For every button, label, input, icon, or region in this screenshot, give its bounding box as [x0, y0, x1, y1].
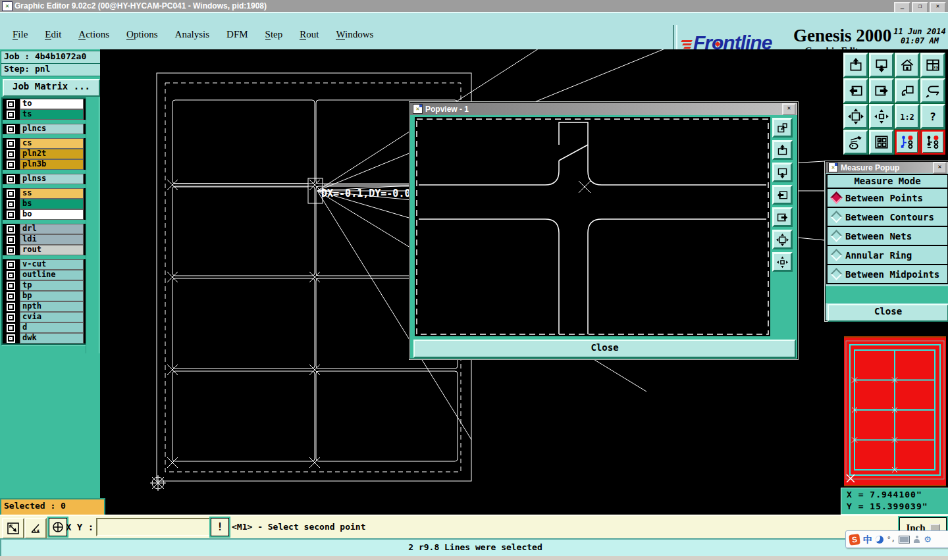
popview-close-button[interactable]: Close — [413, 340, 796, 358]
layer-checkbox-v-cut[interactable] — [3, 259, 18, 270]
layer-row-pln3b[interactable]: pln3b — [3, 159, 87, 170]
menu-step[interactable]: Step — [257, 29, 292, 40]
layer-checkbox-plncs[interactable] — [3, 124, 18, 134]
layer-name-outline[interactable]: outline — [20, 270, 84, 280]
net-highlight-blue-button[interactable] — [895, 130, 920, 155]
ime-language-icon[interactable]: 中 — [863, 535, 872, 544]
ime-settings-icon[interactable]: ⚙ — [924, 535, 932, 544]
scale-1-2-button[interactable]: 1:2 — [895, 104, 920, 129]
home-view-button[interactable] — [895, 53, 920, 78]
layer-checkbox-dwk[interactable] — [3, 333, 18, 344]
serpentine-route-button[interactable] — [920, 78, 945, 103]
radio-diamond-icon[interactable] — [830, 230, 842, 242]
ime-fullhalf-moon-icon[interactable] — [876, 536, 883, 544]
layer-name-ldi[interactable]: ldi — [20, 234, 84, 245]
zoom-in-button[interactable] — [772, 140, 793, 160]
layer-name-tp[interactable]: tp — [20, 280, 84, 291]
tile-windows-button[interactable] — [869, 130, 894, 155]
split-window-xy-button[interactable]: xy — [920, 53, 945, 78]
ime-keyboard-icon[interactable] — [899, 536, 910, 544]
layer-name-plnss[interactable]: plnss — [20, 174, 84, 184]
layer-row-ss[interactable]: ss — [3, 188, 87, 199]
layer-row-cs[interactable]: cs — [3, 138, 87, 149]
layer-name-bo[interactable]: bo — [20, 209, 84, 220]
menu-actions[interactable]: Actions — [70, 29, 118, 40]
job-matrix-button[interactable]: Job Matrix ... — [3, 79, 100, 97]
layer-row-d[interactable]: d — [3, 322, 87, 333]
help-button[interactable]: ? — [920, 104, 945, 129]
layer-checkbox-bs[interactable] — [3, 199, 18, 209]
diagonal-select-button[interactable] — [2, 518, 24, 539]
menu-rout[interactable]: Rout — [291, 29, 327, 40]
layer-row-plncs[interactable]: plncs — [3, 124, 87, 134]
layer-checkbox-bo[interactable] — [3, 209, 18, 220]
layer-row-rout[interactable]: rout — [3, 245, 87, 255]
layer-checkbox-to[interactable] — [3, 99, 18, 109]
layer-name-npth[interactable]: npth — [20, 301, 84, 312]
layer-checkbox-outline[interactable] — [3, 270, 18, 280]
layer-row-tp[interactable]: tp — [3, 280, 87, 291]
layer-name-cs[interactable]: cs — [20, 138, 84, 149]
layer-checkbox-ss[interactable] — [3, 188, 18, 199]
menu-edit[interactable]: Edit — [36, 29, 70, 40]
layer-row-cvia[interactable]: cvia — [3, 312, 87, 322]
layer-row-npth[interactable]: npth — [3, 301, 87, 312]
layer-checkbox-ldi[interactable] — [3, 234, 18, 245]
fit-window-button[interactable] — [772, 230, 793, 249]
layer-row-v-cut[interactable]: v-cut — [3, 259, 87, 270]
measure-option-between-contours[interactable]: Between Contours — [828, 208, 947, 227]
net-highlight-black-button[interactable] — [920, 130, 945, 155]
pan-left-button[interactable] — [772, 185, 793, 205]
measure-close-button[interactable]: Close — [828, 304, 948, 322]
ime-logo-icon[interactable]: S — [849, 534, 860, 546]
previous-view-button[interactable] — [895, 78, 920, 103]
fit-window-button[interactable] — [843, 104, 868, 129]
xy-coordinate-input[interactable] — [96, 518, 215, 536]
layer-scrollbar[interactable] — [86, 97, 99, 353]
layer-row-pln2t[interactable]: pln2t — [3, 149, 87, 159]
layer-name-bp[interactable]: bp — [20, 291, 84, 301]
pan-right-button[interactable] — [772, 207, 793, 227]
menu-dfm[interactable]: DFM — [218, 29, 257, 40]
layer-checkbox-cs[interactable] — [3, 138, 18, 149]
zoom-out-button[interactable] — [869, 53, 894, 78]
layer-checkbox-bp[interactable] — [3, 291, 18, 301]
layer-name-v-cut[interactable]: v-cut — [20, 259, 84, 270]
measure-option-between-points[interactable]: Between Points — [828, 189, 947, 208]
popview-close-icon[interactable]: ✕ — [782, 103, 796, 115]
ime-account-icon[interactable] — [913, 536, 920, 543]
radio-diamond-icon[interactable] — [830, 191, 842, 203]
layer-name-pln2t[interactable]: pln2t — [20, 149, 84, 159]
layer-checkbox-drl[interactable] — [3, 224, 18, 234]
layer-checkbox-cvia[interactable] — [3, 312, 18, 322]
ime-punctuation-icon[interactable]: °, — [887, 536, 895, 543]
measure-option-annular-ring[interactable]: Annular Ring — [828, 246, 947, 265]
menu-options[interactable]: Options — [118, 29, 167, 40]
layer-name-pln3b[interactable]: pln3b — [20, 159, 84, 170]
layer-checkbox-npth[interactable] — [3, 301, 18, 312]
layer-name-to[interactable]: to — [20, 99, 84, 109]
menu-analysis[interactable]: Analysis — [167, 29, 219, 40]
layer-row-bp[interactable]: bp — [3, 291, 87, 301]
measure-option-between-midpoints[interactable]: Between Midpoints — [828, 265, 947, 283]
layer-name-dwk[interactable]: dwk — [20, 333, 84, 344]
panel-overview[interactable] — [844, 336, 946, 486]
layer-row-ldi[interactable]: ldi — [3, 234, 87, 245]
layer-checkbox-tp[interactable] — [3, 280, 18, 291]
layer-checkbox-rout[interactable] — [3, 245, 18, 255]
layer-name-ss[interactable]: ss — [20, 188, 84, 199]
attention-button[interactable]: ! — [209, 517, 230, 538]
zoom-out-button[interactable] — [772, 163, 793, 182]
menu-file[interactable]: File — [4, 29, 36, 40]
radio-diamond-icon[interactable] — [830, 268, 842, 280]
popview-canvas[interactable] — [415, 117, 770, 336]
center-view-button[interactable] — [772, 252, 793, 272]
layer-row-plnss[interactable]: plnss — [3, 174, 87, 184]
layer-checkbox-pln2t[interactable] — [3, 149, 18, 159]
layer-row-ts[interactable]: ts — [3, 109, 87, 120]
layer-name-cvia[interactable]: cvia — [20, 312, 84, 322]
radio-diamond-icon[interactable] — [830, 211, 842, 222]
layer-row-outline[interactable]: outline — [3, 270, 87, 280]
menu-windows[interactable]: Windows — [327, 29, 382, 40]
layer-name-ts[interactable]: ts — [20, 109, 84, 120]
